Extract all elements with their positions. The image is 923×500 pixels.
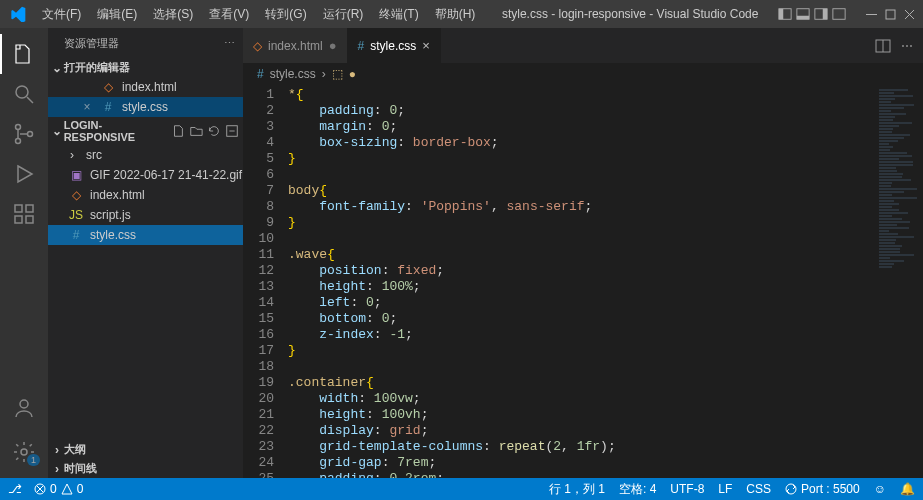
svg-point-10 <box>16 125 21 130</box>
window-title: style.css - login-responsive - Visual St… <box>482 7 778 21</box>
svg-rect-14 <box>26 205 33 212</box>
breadcrumb[interactable]: # style.css › ⬚ ● <box>243 63 923 85</box>
menu-item[interactable]: 运行(R) <box>316 2 371 27</box>
live-server-port[interactable]: Port : 5500 <box>785 482 860 496</box>
sidebar: 资源管理器 ⋯ ⌄ 打开的编辑器 ◇index.html×#style.css … <box>48 28 243 478</box>
search-tab[interactable] <box>0 74 48 114</box>
problems[interactable]: 0 0 <box>34 482 83 496</box>
svg-rect-15 <box>15 216 22 223</box>
eol[interactable]: LF <box>718 482 732 496</box>
svg-point-18 <box>21 449 27 455</box>
minimap[interactable] <box>868 85 923 478</box>
indentation[interactable]: 空格: 4 <box>619 481 656 498</box>
svg-point-17 <box>20 400 28 408</box>
menu-item[interactable]: 文件(F) <box>35 2 88 27</box>
svg-rect-13 <box>15 205 22 212</box>
accounts-tab[interactable] <box>0 388 48 428</box>
refresh-icon[interactable] <box>207 124 221 138</box>
modified-dot-icon: ● <box>329 38 337 53</box>
breadcrumb-selector-icon: ⬚ <box>332 67 343 81</box>
line-gutter[interactable]: 1234567891011121314151617181920212223242… <box>243 85 288 478</box>
open-editor-item[interactable]: ×#style.css <box>48 97 243 117</box>
file-name: src <box>86 148 102 162</box>
titlebar: 文件(F)编辑(E)选择(S)查看(V)转到(G)运行(R)终端(T)帮助(H)… <box>0 0 923 28</box>
svg-rect-5 <box>823 9 827 20</box>
svg-point-9 <box>16 86 28 98</box>
editor: ◇index.html●#style.css× ⋯ # style.css › … <box>243 28 923 478</box>
breadcrumb-file: style.css <box>270 67 316 81</box>
project-section[interactable]: ⌄ LOGIN-RESPONSIVE <box>48 117 243 145</box>
more-icon[interactable]: ⋯ <box>901 39 913 53</box>
maximize-icon <box>885 9 896 20</box>
encoding[interactable]: UTF-8 <box>670 482 704 496</box>
extensions-tab[interactable] <box>0 194 48 234</box>
menu-item[interactable]: 查看(V) <box>202 2 256 27</box>
breadcrumb-modified: ● <box>349 67 356 81</box>
file-item[interactable]: JSscript.js <box>48 205 243 225</box>
settings-badge: 1 <box>27 454 40 466</box>
css-icon: # <box>68 228 84 242</box>
chevron-right-icon: › <box>50 443 64 457</box>
editor-tab[interactable]: ◇index.html● <box>243 28 348 63</box>
file-item[interactable]: ◇index.html <box>48 185 243 205</box>
file-name: GIF 2022-06-17 21-41-22.gif <box>90 168 242 182</box>
file-item[interactable]: ▣GIF 2022-06-17 21-41-22.gif <box>48 165 243 185</box>
sidebar-more-icon[interactable]: ⋯ <box>224 37 235 50</box>
timeline-label: 时间线 <box>64 461 97 476</box>
svg-rect-16 <box>26 216 33 223</box>
close-icon[interactable]: × <box>422 38 430 53</box>
close-icon[interactable]: × <box>80 100 94 114</box>
folder-item[interactable]: ›src <box>48 145 243 165</box>
svg-rect-7 <box>866 14 877 15</box>
folder-icon: › <box>64 148 80 162</box>
outline-label: 大纲 <box>64 442 86 457</box>
sidebar-header: 资源管理器 ⋯ <box>48 28 243 58</box>
explorer-tab[interactable] <box>0 34 48 74</box>
outline-section[interactable]: › 大纲 <box>48 440 243 459</box>
feedback-icon[interactable]: ☺ <box>874 482 886 496</box>
statusbar: ⎇ 0 0 行 1，列 1 空格: 4 UTF-8 LF CSS Port : … <box>0 478 923 500</box>
collapse-icon[interactable] <box>225 124 239 138</box>
menu-item[interactable]: 转到(G) <box>258 2 313 27</box>
layout-controls[interactable] <box>778 7 866 21</box>
tabbar: ◇index.html●#style.css× ⋯ <box>243 28 923 63</box>
svg-rect-3 <box>797 16 809 20</box>
window-controls[interactable] <box>866 9 923 20</box>
svg-point-12 <box>28 132 33 137</box>
menu-item[interactable]: 选择(S) <box>146 2 200 27</box>
open-editors-section[interactable]: ⌄ 打开的编辑器 <box>48 58 243 77</box>
css-file-icon: # <box>100 100 116 114</box>
menu-item[interactable]: 帮助(H) <box>428 2 483 27</box>
menu-item[interactable]: 编辑(E) <box>90 2 144 27</box>
chevron-down-icon: ⌄ <box>50 61 64 75</box>
svg-rect-8 <box>886 10 895 19</box>
open-editors-label: 打开的编辑器 <box>64 60 130 75</box>
notifications-icon[interactable]: 🔔 <box>900 482 915 496</box>
remote-icon[interactable]: ⎇ <box>8 482 22 496</box>
svg-point-11 <box>16 139 21 144</box>
file-name: index.html <box>122 80 177 94</box>
split-editor-icon[interactable] <box>875 38 891 54</box>
run-debug-tab[interactable] <box>0 154 48 194</box>
source-control-tab[interactable] <box>0 114 48 154</box>
chevron-down-icon: ⌄ <box>50 124 64 138</box>
cursor-position[interactable]: 行 1，列 1 <box>549 481 605 498</box>
code-content[interactable]: *{ padding: 0; margin: 0; box-sizing: bo… <box>288 85 868 478</box>
file-item[interactable]: #style.css <box>48 225 243 245</box>
open-editor-item[interactable]: ◇index.html <box>48 77 243 97</box>
new-folder-icon[interactable] <box>189 124 203 138</box>
file-name: script.js <box>90 208 131 222</box>
file-name: style.css <box>90 228 136 242</box>
html-icon: ◇ <box>68 188 84 202</box>
new-file-icon[interactable] <box>171 124 185 138</box>
editor-tab[interactable]: #style.css× <box>348 28 441 63</box>
timeline-section[interactable]: › 时间线 <box>48 459 243 478</box>
project-name: LOGIN-RESPONSIVE <box>64 119 171 143</box>
settings-tab[interactable]: 1 <box>0 432 48 472</box>
sidebar-title: 资源管理器 <box>64 36 224 51</box>
activitybar: 1 <box>0 28 48 478</box>
tab-label: style.css <box>370 39 416 53</box>
language-mode[interactable]: CSS <box>746 482 771 496</box>
tab-label: index.html <box>268 39 323 53</box>
menu-item[interactable]: 终端(T) <box>372 2 425 27</box>
